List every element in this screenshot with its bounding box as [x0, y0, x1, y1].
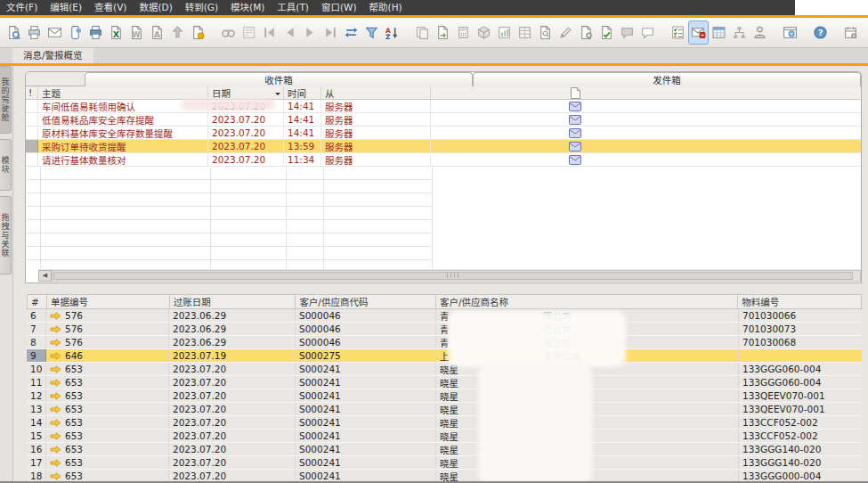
calendar-table-icon[interactable] — [709, 20, 729, 45]
document-row[interactable]: 12 653 2023.07.20 S000241 晓星 133QEEV070-… — [27, 389, 862, 403]
message-row[interactable]: 采购订单待收货提醒 2023.07.20 13:59 服务器 — [26, 140, 861, 153]
previous-record-icon[interactable] — [280, 20, 300, 45]
next-record-icon[interactable] — [300, 20, 320, 45]
sms-icon[interactable] — [65, 20, 85, 45]
document-row[interactable]: 9 646 2023.07.19 S000275 上 有限公司 — [27, 349, 862, 363]
attachment-cell[interactable] — [431, 127, 716, 139]
duplicate-icon[interactable] — [412, 20, 433, 45]
edit-icon[interactable] — [556, 20, 576, 45]
link-arrow-icon[interactable] — [50, 312, 61, 320]
document-row[interactable]: 15 653 2023.07.20 S000241 晓星 133CCF052-0… — [27, 430, 862, 443]
menu-item[interactable]: 编辑(E) — [44, 0, 88, 15]
link-arrow-icon[interactable] — [50, 432, 61, 440]
scrollbar-thumb[interactable] — [53, 272, 853, 280]
attachment-cell[interactable] — [431, 113, 716, 126]
link-arrow-icon[interactable] — [50, 325, 61, 333]
export-word-icon[interactable] — [126, 20, 147, 45]
messages-alerts-icon[interactable] — [688, 20, 709, 45]
find-icon[interactable] — [218, 20, 239, 45]
document-row[interactable]: 17 653 2023.07.20 S000241 晓星 133GGG140-0… — [27, 456, 862, 470]
column-date[interactable]: 日期 — [208, 86, 284, 99]
attachment-cell[interactable] — [431, 153, 716, 166]
lock-screen-icon[interactable] — [188, 20, 208, 45]
column-from[interactable]: 从 — [321, 86, 431, 99]
tab-outbox[interactable]: 发件箱 — [473, 72, 861, 86]
form-settings-icon[interactable] — [515, 20, 535, 45]
menu-item[interactable]: 工具(T) — [271, 0, 315, 15]
org-chart-icon[interactable] — [729, 20, 750, 45]
menu-item[interactable]: 文件(F) — [0, 0, 44, 15]
menu-item[interactable]: 模块(M) — [224, 0, 271, 15]
link-arrow-icon[interactable] — [50, 472, 61, 480]
email-icon[interactable] — [45, 20, 65, 45]
document-row[interactable]: 8 576 2023.06.29 S000046 青 限公司 701030068 — [27, 336, 862, 349]
document-row[interactable]: 7 576 2023.06.29 S000046 青 限公司 701030073 — [27, 323, 862, 336]
menu-item[interactable]: 窗口(W) — [315, 0, 363, 15]
checklist-icon[interactable] — [668, 20, 688, 45]
column-posting-date[interactable]: 过账日期 — [170, 295, 296, 308]
attachment-cell[interactable] — [431, 140, 716, 152]
chart-icon[interactable] — [494, 20, 515, 45]
column-time[interactable]: 时间 — [284, 86, 321, 99]
document-row[interactable]: 13 653 2023.07.20 S000241 晓星 133QEEV070-… — [27, 403, 862, 416]
sidebar-tab[interactable]: 我的驾驶舱 — [0, 66, 12, 134]
menu-item[interactable]: 帮助(H) — [363, 0, 409, 15]
menu-item[interactable]: 转到(G) — [179, 0, 224, 15]
calendar-settings-icon[interactable] — [840, 20, 861, 45]
tab-messages-overview[interactable]: 消息/警报概览 — [12, 48, 93, 63]
calculator-icon[interactable] — [453, 20, 474, 45]
sidebar-tab[interactable]: 模块 — [0, 139, 12, 191]
message-row[interactable]: 原材料基体库安全库存数量提醒 2023.07.20 14:41 服务器 — [26, 127, 861, 140]
message-icon[interactable] — [617, 20, 637, 45]
scroll-left-button[interactable]: ◀ — [38, 270, 52, 282]
launch-application-icon[interactable] — [167, 20, 188, 45]
message-row[interactable]: 低值易耗品库安全库存提醒 2023.07.20 14:41 服务器 — [26, 113, 861, 127]
column-item-number[interactable]: 物料编号 — [738, 295, 861, 308]
document-row[interactable]: 6 576 2023.06.29 S000046 青 限公司 701030066 — [27, 309, 862, 323]
column-attachment[interactable] — [431, 86, 716, 99]
first-record-icon[interactable] — [259, 20, 280, 45]
chat-icon[interactable] — [637, 20, 658, 45]
link-arrow-icon[interactable] — [50, 405, 61, 413]
link-arrow-icon[interactable] — [50, 459, 61, 467]
link-arrow-icon[interactable] — [50, 446, 61, 454]
refresh-record-icon[interactable] — [341, 20, 361, 45]
attachment-cell[interactable] — [431, 100, 716, 112]
transfer-icon[interactable] — [433, 20, 453, 45]
column-subject[interactable]: 主题 — [38, 86, 208, 99]
filter-table-icon[interactable] — [361, 20, 382, 45]
message-row[interactable]: 车间低值易耗领用确认 2023.07.20 14:41 服务器 — [26, 100, 861, 113]
scrollbar-track[interactable] — [52, 270, 861, 282]
help-icon[interactable] — [810, 20, 831, 45]
menu-item[interactable]: 数据(D) — [133, 0, 178, 15]
link-arrow-icon[interactable] — [50, 419, 61, 427]
print-icon[interactable] — [24, 20, 45, 45]
link-arrow-icon[interactable] — [50, 379, 61, 387]
query-icon[interactable] — [535, 20, 556, 45]
document-row[interactable]: 11 653 2023.07.20 S000241 晓星 133GGG060-0… — [27, 376, 862, 389]
payment-wizard-icon[interactable] — [474, 20, 494, 45]
tab-inbox[interactable]: 收件箱 — [85, 72, 473, 86]
horizontal-scrollbar[interactable]: ◀ — [38, 269, 861, 282]
link-arrow-icon[interactable] — [50, 392, 61, 400]
sort-table-icon[interactable] — [382, 20, 402, 45]
document-row[interactable]: 16 653 2023.07.20 S000241 晓星 133GGG140-0… — [27, 443, 862, 456]
column-bp-name[interactable]: 客户/供应商名称 — [436, 295, 738, 308]
link-arrow-icon[interactable] — [50, 339, 61, 347]
browser-icon[interactable] — [780, 20, 800, 45]
approve-document-icon[interactable] — [596, 20, 617, 45]
link-arrow-icon[interactable] — [50, 365, 61, 373]
sidebar-tab[interactable]: 拖拽与关联 — [0, 196, 12, 274]
document-row[interactable]: 10 653 2023.07.20 S000241 晓星 133GGG060-0… — [27, 363, 862, 376]
employee-icon[interactable] — [750, 20, 770, 45]
document-row[interactable]: 14 653 2023.07.20 S000241 晓星 133CCF052-0… — [27, 416, 862, 430]
last-record-icon[interactable] — [320, 20, 341, 45]
export-excel-icon[interactable] — [106, 20, 126, 45]
document-settings-icon[interactable] — [576, 20, 596, 45]
message-row[interactable]: 请进行基体数量核对 2023.07.20 11:34 服务器 — [26, 153, 861, 167]
column-row-number[interactable]: # — [28, 295, 47, 308]
export-pdf-icon[interactable] — [147, 20, 167, 45]
print-layout-icon[interactable] — [85, 20, 106, 45]
link-arrow-icon[interactable] — [50, 352, 61, 360]
menu-item[interactable]: 查看(V) — [88, 0, 133, 15]
